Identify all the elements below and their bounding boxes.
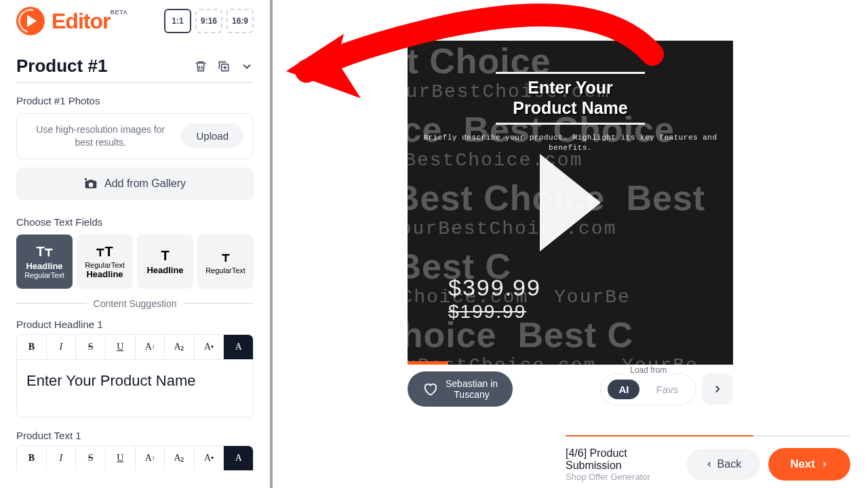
photos-label: Product #1 Photos [16,95,254,106]
font-size-button-2[interactable]: A↕ [136,446,165,470]
chevron-right-icon [711,383,724,395]
video-progress[interactable] [408,361,448,365]
beta-badge: BETA [110,9,127,16]
chevron-left-icon [705,460,713,468]
text-field-options: Tᴛ Headline RegularText ᴛT RegularText H… [16,235,254,289]
back-button[interactable]: Back [686,449,761,480]
product-title: Product #1 [16,56,107,77]
bg-color-button-2[interactable]: A [224,446,253,470]
bold-button-2[interactable]: B [17,446,47,470]
canvas-controls-row: Sebastian inTuscany Load from AI Favs [408,371,733,407]
canvas-text-overlay: Enter YourProduct Name Briefly describe … [408,68,733,153]
headline1-label: Product Headline 1 [16,319,254,330]
upload-box: Use high-resolution images for best resu… [16,113,254,159]
text1-toolbar: B I S U A↕ A₂ A▾ A [16,445,254,470]
progress-line [566,435,850,436]
footer: [4/6] Product Submission Shop Offer Gene… [548,441,868,488]
next-variant-button[interactable] [702,373,733,405]
header-row: EditorBETA 1:1 9:16 16:9 [16,7,254,35]
sidebar: EditorBETA 1:1 9:16 16:9 Product #1 Prod… [0,0,273,488]
text-color-button-2[interactable]: A▾ [195,446,224,470]
strike-button-2[interactable]: S [76,446,106,470]
aspect-ratio-group: 1:1 9:16 16:9 [164,9,254,33]
logo-icon [16,7,45,35]
headline1-toolbar: B I S U A↕ A₂ A▾ A [16,334,254,359]
choose-fields-label: Choose Text Fields [16,216,254,228]
price-overlay: $399.99 $199.99 [448,274,541,323]
field-opt-headline-regular[interactable]: Tᴛ Headline RegularText [16,235,73,289]
underline-button[interactable]: U [106,335,136,359]
step-title: [4/6] Product Submission [566,447,686,472]
subscript-button-2[interactable]: A₂ [165,446,195,470]
title-actions [194,60,254,73]
ratio-1-1[interactable]: 1:1 [164,9,191,33]
ratio-16-9[interactable]: 16:9 [226,9,254,33]
step-subtitle: Shop Offer Generator [566,472,686,482]
italic-button[interactable]: I [47,335,77,359]
upload-button[interactable]: Upload [181,123,243,148]
load-ai-button[interactable]: AI [608,380,639,399]
camera-plus-icon [84,177,98,190]
field-opt-headline[interactable]: T Headline [137,235,193,289]
main-area: Best Choice YourBestChoice.com Best Choi… [273,0,868,488]
bg-color-button[interactable]: A [224,335,253,359]
text-color-button[interactable]: A▾ [195,335,224,359]
load-favs-button[interactable]: Favs [645,380,689,399]
field-opt-regular[interactable]: ᴛ RegularText [197,235,254,289]
music-selector[interactable]: Sebastian inTuscany [408,371,513,407]
load-from-group: Load from AI Favs [600,373,696,405]
delete-icon[interactable] [194,60,208,73]
italic-button-2[interactable]: I [47,446,77,470]
next-button[interactable]: Next [768,448,850,481]
bold-button[interactable]: B [17,335,47,359]
logo-text: Editor [52,9,110,33]
content-suggestion-divider: Content Suggestion [16,298,254,309]
heart-icon [422,382,437,396]
logo[interactable]: EditorBETA [16,7,127,35]
font-size-button[interactable]: A↕ [136,335,165,359]
play-icon[interactable] [540,154,601,251]
field-opt-regular-headline[interactable]: ᴛT RegularText Headline [77,235,133,289]
underline-button-2[interactable]: U [106,446,136,470]
duplicate-icon[interactable] [217,60,231,73]
product-title-row: Product #1 [16,56,254,83]
text1-label: Product Text 1 [16,430,254,441]
gallery-button-label: Add from Gallery [104,178,186,190]
chevron-right-icon [821,460,829,468]
ratio-9-16[interactable]: 9:16 [195,9,222,33]
subscript-button[interactable]: A₂ [165,335,195,359]
headline1-input[interactable]: Enter Your Product Name [16,359,254,418]
add-from-gallery-button[interactable]: Add from Gallery [16,167,254,200]
strike-button[interactable]: S [76,335,106,359]
chevron-down-icon[interactable] [240,60,254,73]
upload-hint: Use high-resolution images for best resu… [26,123,174,149]
preview-canvas[interactable]: Best Choice YourBestChoice.com Best Choi… [408,41,733,365]
